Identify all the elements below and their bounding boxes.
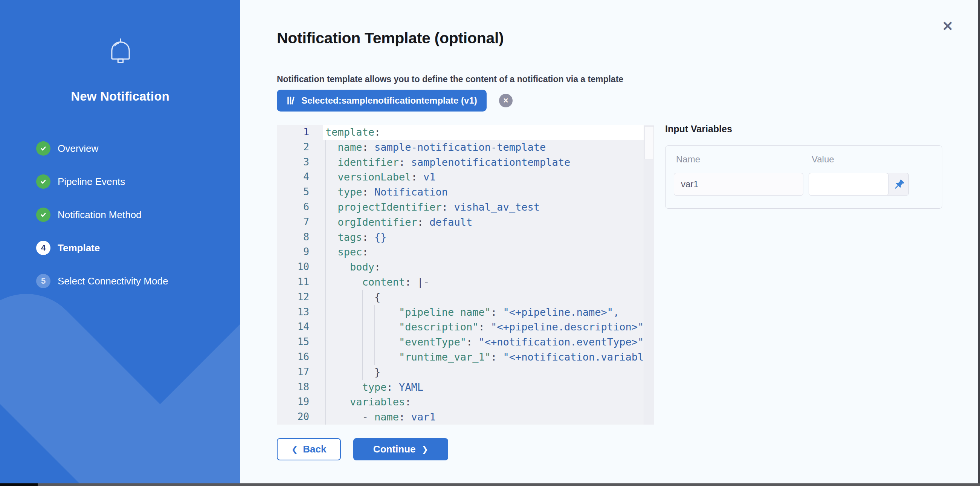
indent-guide (350, 365, 350, 380)
code-line[interactable]: 14 "description": "<+pipeline.descriptio… (277, 319, 644, 335)
input-variables-card: Name Value (665, 145, 942, 209)
code-line[interactable]: 17 } (277, 365, 644, 380)
indent-guide (338, 394, 338, 410)
line-number: 4 (277, 169, 323, 185)
continue-button[interactable]: Continue ❯ (353, 438, 448, 461)
code-line[interactable]: 5 type: Notification (277, 185, 644, 200)
indent-guide (338, 305, 338, 320)
indent-guide (325, 410, 326, 425)
code-line[interactable]: 7 orgIdentifier: default (277, 215, 644, 230)
indent-guide (338, 365, 338, 380)
variable-value-field[interactable] (809, 173, 888, 196)
indent-guide (374, 319, 375, 335)
code-line[interactable]: 16 "runtime_var_1": "<+notification.vari… (277, 350, 644, 365)
code-line[interactable]: 6 projectIdentifier: vishal_av_test (277, 200, 644, 215)
remove-template-icon[interactable]: ✕ (499, 94, 512, 107)
indent-guide (325, 244, 326, 260)
code-line[interactable]: 1template: (277, 125, 644, 140)
close-icon[interactable]: ✕ (939, 18, 957, 35)
code-line[interactable]: 20 - name: var1 (277, 410, 644, 425)
indent-guide (338, 335, 338, 350)
code-content: versionLabel: v1 (323, 169, 644, 185)
sidebar-step-overview[interactable]: Overview (0, 141, 240, 156)
indent-guide (350, 410, 350, 425)
indent-guide (338, 410, 338, 425)
selected-template-chip[interactable]: Selected:samplenotificationtemplate (v1) (277, 90, 487, 112)
code-line[interactable]: 3 identifier: samplenotificationtemplate (277, 155, 644, 170)
line-number: 6 (277, 200, 323, 215)
indent-guide (338, 350, 338, 365)
bell-icon (106, 38, 135, 65)
line-number: 5 (277, 185, 323, 200)
sidebar-step-notification-method[interactable]: Notification Method (0, 207, 240, 222)
code-line[interactable]: 15 "eventType": "<+notification.eventTyp… (277, 335, 644, 350)
indent-guide (325, 305, 326, 320)
wizard-steps: OverviewPipeline EventsNotification Meth… (0, 141, 240, 307)
code-line[interactable]: 18 type: YAML (277, 380, 644, 395)
code-line[interactable]: 8 tags: {} (277, 230, 644, 245)
code-line[interactable]: 13 "pipeline name": "<+pipeline.name>", (277, 305, 644, 320)
code-content: type: Notification (323, 185, 644, 200)
indent-guide (374, 305, 375, 320)
window-edge-bottom[interactable] (0, 483, 980, 486)
line-number: 7 (277, 215, 323, 230)
code-line[interactable]: 11 content: |- (277, 275, 644, 290)
indent-guide (325, 380, 326, 395)
line-number: 15 (277, 335, 323, 350)
code-line[interactable]: 4 versionLabel: v1 (277, 169, 644, 185)
line-number: 8 (277, 230, 323, 245)
indent-guide (350, 305, 350, 320)
indent-guide (325, 290, 326, 305)
code-content: orgIdentifier: default (323, 215, 644, 230)
indent-guide (325, 394, 326, 410)
line-number: 12 (277, 290, 323, 305)
indent-guide (325, 319, 326, 335)
code-content: projectIdentifier: vishal_av_test (323, 200, 644, 215)
code-content: } (323, 365, 644, 380)
check-icon (36, 174, 51, 189)
indent-guide (325, 200, 326, 215)
code-line[interactable]: 10 body: (277, 260, 644, 275)
code-line[interactable]: 2 name: sample-notification-template (277, 140, 644, 155)
code-line[interactable]: 19 variables: (277, 394, 644, 410)
chevron-left-icon: ❮ (291, 445, 298, 454)
check-icon (36, 207, 51, 222)
code-content: type: YAML (323, 380, 644, 395)
indent-guide (325, 155, 326, 170)
new-notification-wizard: New Notification OverviewPipeline Events… (0, 0, 980, 486)
line-number: 17 (277, 365, 323, 380)
indent-guide (325, 215, 326, 230)
sidebar-step-template[interactable]: 4Template (0, 241, 240, 255)
code-content: body: (323, 260, 644, 275)
indent-guide (350, 275, 350, 290)
code-content: identifier: samplenotificationtemplate (323, 155, 644, 170)
step-label: Overview (57, 143, 98, 155)
code-content: "runtime_var_1": "<+notification.variabl… (323, 350, 644, 365)
indent-guide (338, 290, 338, 305)
line-number: 1 (277, 125, 323, 140)
window-edge-right (978, 0, 980, 486)
code-line[interactable]: 9 spec: (277, 244, 644, 260)
step-number: 5 (36, 274, 51, 288)
line-number: 20 (277, 410, 323, 425)
variable-name-field[interactable] (674, 173, 803, 196)
indent-guide (325, 230, 326, 245)
code-content: spec: (323, 244, 644, 260)
window-edge-bottom-corner (0, 483, 38, 486)
indent-guide (325, 365, 326, 380)
indent-guide (362, 305, 363, 320)
editor-scrollbar[interactable] (644, 125, 654, 425)
indent-guide (338, 319, 338, 335)
line-number: 18 (277, 380, 323, 395)
code-line[interactable]: 12 { (277, 290, 644, 305)
indent-guide (362, 319, 363, 335)
indent-guide (350, 335, 350, 350)
editor-scrollbar-thumb[interactable] (644, 126, 654, 159)
editor-lines: 1template:2 name: sample-notification-te… (277, 125, 644, 425)
indent-guide (350, 380, 350, 395)
sidebar-step-pipeline-events[interactable]: Pipeline Events (0, 174, 240, 189)
back-button[interactable]: ❮ Back (277, 438, 341, 461)
yaml-editor[interactable]: 1template:2 name: sample-notification-te… (277, 125, 654, 425)
sidebar-step-select-connectivity-mode[interactable]: 5Select Connectivity Mode (0, 274, 240, 288)
pin-icon (894, 178, 905, 190)
